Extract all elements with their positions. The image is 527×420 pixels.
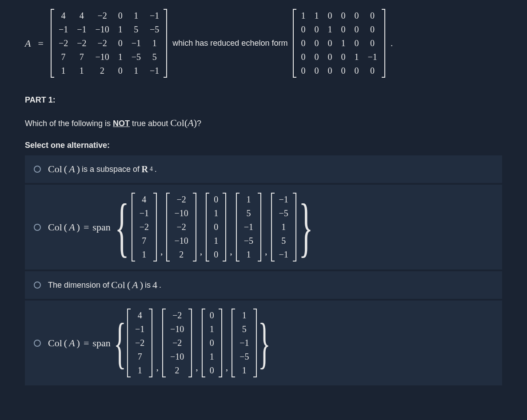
matrix-cell: 0 <box>114 36 127 50</box>
matrix-cell: −1 <box>145 64 164 78</box>
matrix-cell: −2 <box>166 336 188 350</box>
matrix-cell: 1 <box>145 36 164 50</box>
comma: , <box>264 246 268 257</box>
matrix-cell: 1 <box>205 322 219 336</box>
right-bracket-icon <box>219 309 222 377</box>
comma: , <box>155 361 160 373</box>
vector-body: 4−1−271 <box>131 309 149 377</box>
option-1[interactable]: Col(A) is a subspace of R4. <box>25 155 502 183</box>
radio-icon[interactable] <box>34 340 41 347</box>
matrix-cell: 1 <box>205 350 219 364</box>
matrix-cell: 1 <box>127 9 145 23</box>
left-bracket-icon <box>166 193 170 262</box>
left-bracket-icon <box>202 309 205 377</box>
matrix-cell: −1 <box>275 248 293 262</box>
matrix-cell: 0 <box>363 36 381 50</box>
vector-set-2: 4−1−271,−2−10−2−102,01010,15−1−51,−1−515… <box>132 193 296 262</box>
matrix-cell: 0 <box>310 36 323 50</box>
opt3-value: 4 <box>152 279 157 291</box>
right-bracket-icon <box>293 193 296 262</box>
left-bracket-icon <box>162 309 166 377</box>
radio-icon[interactable] <box>34 224 41 231</box>
matrix-rref-body: 11000000100000010000001−1000000 <box>296 9 381 78</box>
matrix-cell: 1 <box>127 64 145 78</box>
left-bracket-icon <box>232 309 235 377</box>
mid-text: which has reduced echelon form <box>172 39 287 48</box>
span-set-2: { 4−1−271,−2−10−2−102,01010,15−1−51,−1−5… <box>112 193 315 262</box>
vector-body: −1−515−1 <box>275 193 293 262</box>
matrix-cell: 0 <box>323 36 336 50</box>
matrix-cell: 5 <box>145 50 164 64</box>
right-bracket-icon <box>153 193 157 262</box>
var-A: A <box>69 163 75 175</box>
matrix-cell: 0 <box>205 336 219 350</box>
equals-sign: = <box>82 337 91 349</box>
left-bracket-icon <box>293 9 296 78</box>
opt3-period: . <box>159 281 161 290</box>
span-set-4: { 4−1−271,−2−10−2−102,01010,15−1−51 } <box>112 309 272 377</box>
part-label: PART 1: <box>25 95 502 105</box>
left-curly-icon: { <box>114 323 126 363</box>
matrix-cell: −1 <box>240 220 258 234</box>
matrix-cell: −2 <box>131 336 149 350</box>
matrix-cell: −5 <box>235 350 253 364</box>
opt1-suffix: . <box>155 165 157 174</box>
q-suffix1: true about <box>130 119 170 128</box>
matrix-cell: −10 <box>166 322 188 336</box>
matrix-cell: 0 <box>336 23 350 36</box>
matrix-equation-line: A = 44−201−1−1−1−1015−5−2−2−20−1177−101−… <box>25 9 502 78</box>
vector-set-4: 4−1−271,−2−10−2−102,01010,15−1−51 <box>127 309 257 377</box>
close-paren: ) <box>194 117 197 128</box>
option-3-label: The dimension of Col(A) is 4 . <box>48 279 161 291</box>
select-instruction: Select one alternative: <box>25 141 502 150</box>
vector-body: −2−10−2−102 <box>166 309 188 377</box>
period: . <box>391 38 393 48</box>
right-bracket-icon <box>382 9 385 78</box>
vector-body: 01010 <box>209 193 223 262</box>
matrix-cell: 2 <box>91 64 113 78</box>
matrix-cell: 7 <box>131 350 149 364</box>
matrix-cell: −2 <box>135 220 153 234</box>
left-curly-icon: { <box>115 204 129 250</box>
matrix-cell: 1 <box>235 364 253 377</box>
matrix-cell: 0 <box>336 50 350 64</box>
column-vector: 15−1−51 <box>236 193 261 262</box>
matrix-cell: 0 <box>209 220 223 234</box>
right-bracket-icon <box>253 309 257 377</box>
radio-icon[interactable] <box>34 166 41 173</box>
vector-body: 4−1−271 <box>135 193 153 262</box>
left-bracket-icon <box>132 193 135 262</box>
matrix-cell: 0 <box>363 64 381 78</box>
matrix-cell: 2 <box>166 364 188 377</box>
q-prefix: Which of the following is <box>25 119 113 128</box>
matrix-cell: 0 <box>205 309 219 322</box>
matrix-cell: −1 <box>145 9 164 23</box>
equals-sign: = <box>36 38 45 49</box>
matrix-cell: 0 <box>114 9 127 23</box>
matrix-cell: −5 <box>240 234 258 248</box>
matrix-cell: 1 <box>209 206 223 220</box>
matrix-A: 44−201−1−1−1−1015−5−2−2−20−1177−101−5511… <box>51 9 167 78</box>
opt3-suffix: is <box>145 281 151 290</box>
matrix-cell: −1 <box>127 36 145 50</box>
matrix-cell: 0 <box>310 50 323 64</box>
matrix-cell: 0 <box>310 64 323 78</box>
matrix-cell: 4 <box>131 309 149 322</box>
column-vector: 15−1−51 <box>232 309 257 377</box>
matrix-cell: 0 <box>296 64 310 78</box>
matrix-cell: 1 <box>114 50 127 64</box>
matrix-cell: 4 <box>54 9 72 23</box>
option-4[interactable]: Col(A) = span { 4−1−271,−2−10−2−102,0101… <box>25 301 502 385</box>
matrix-cell: 5 <box>275 234 293 248</box>
col-fn: Col <box>170 117 184 128</box>
matrix-cell: 1 <box>114 23 127 36</box>
option-2[interactable]: Col(A) = span { 4−1−271,−2−10−2−102,0101… <box>25 185 502 269</box>
matrix-cell: 0 <box>350 23 363 36</box>
q-suffix2: ? <box>197 119 201 128</box>
option-3[interactable]: The dimension of Col(A) is 4 . <box>25 271 502 299</box>
matrix-cell: 1 <box>235 309 253 322</box>
option-4-label: Col(A) = span { 4−1−271,−2−10−2−102,0101… <box>48 309 272 377</box>
radio-icon[interactable] <box>34 281 41 289</box>
matrix-cell: 1 <box>209 234 223 248</box>
matrix-cell: −1 <box>235 336 253 350</box>
